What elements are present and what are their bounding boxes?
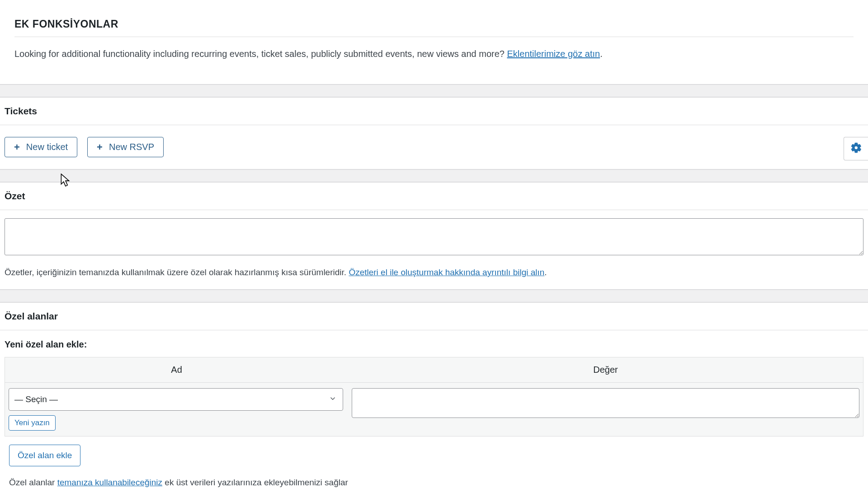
cf-col-value: Değer	[348, 357, 863, 382]
divider	[0, 169, 868, 182]
addons-period: .	[600, 49, 603, 59]
cf-name-cell: — Seçin — Yeni yazın	[5, 382, 349, 436]
gear-icon	[850, 142, 862, 155]
tickets-panel-header: Tickets	[0, 97, 868, 125]
ozet-description: Özetler, içeriğinizin temanızda kullanıl…	[5, 266, 863, 279]
excerpt-input[interactable]	[5, 218, 863, 255]
ozel-bottom-after: ek üst verileri yazılarınıza ekleyebilme…	[162, 478, 348, 487]
new-rsvp-button[interactable]: + New RSVP	[87, 137, 164, 157]
ozel-sublabel: Yeni özel alan ekle:	[5, 339, 863, 350]
addons-description: Looking for additional functionality inc…	[14, 47, 854, 61]
addons-title: EK FONKSİYONLAR	[14, 18, 854, 37]
ozel-bottom-link[interactable]: temanıza kullanabileceğiniz	[57, 478, 162, 487]
cf-value-input[interactable]	[352, 388, 859, 418]
ozet-desc-text: Özetler, içeriğinizin temanızda kullanıl…	[5, 267, 349, 277]
new-ticket-button[interactable]: + New ticket	[5, 137, 77, 157]
ozet-panel-header: Özet	[0, 182, 868, 210]
addons-section: EK FONKSİYONLAR Looking for additional f…	[0, 0, 868, 84]
cf-name-select[interactable]: — Seçin —	[9, 388, 343, 411]
cf-value-cell	[348, 382, 863, 436]
ozel-bottom-desc: Özel alanlar temanıza kullanabileceğiniz…	[5, 466, 863, 488]
divider	[0, 290, 868, 302]
cf-select-wrap: — Seçin —	[9, 388, 343, 411]
plus-icon: +	[14, 142, 20, 152]
plus-icon: +	[97, 142, 103, 152]
ozel-panel-body: Yeni özel alan ekle: Ad Değer — Seçin —	[0, 330, 868, 488]
new-rsvp-label: New RSVP	[109, 142, 154, 152]
custom-fields-table: Ad Değer — Seçin — Yeni yazın	[5, 357, 863, 436]
cf-col-name: Ad	[5, 357, 349, 382]
ticket-settings-button[interactable]	[844, 137, 868, 160]
ozet-desc-period: .	[544, 267, 547, 277]
ozel-bottom-before: Özel alanlar	[9, 478, 57, 487]
addons-link[interactable]: Eklentilerimize göz atın	[507, 49, 600, 59]
divider	[0, 84, 868, 97]
ozet-desc-link[interactable]: Özetleri el ile oluşturmak hakkında ayrı…	[349, 267, 544, 277]
addons-desc-text: Looking for additional functionality inc…	[14, 49, 507, 59]
ozel-panel-header: Özel alanlar	[0, 302, 868, 330]
enter-new-button[interactable]: Yeni yazın	[9, 415, 56, 431]
new-ticket-label: New ticket	[26, 142, 68, 152]
add-custom-field-button[interactable]: Özel alan ekle	[9, 445, 80, 466]
ozet-panel-body: Özetler, içeriğinizin temanızda kullanıl…	[0, 210, 868, 290]
tickets-panel-body: + New ticket + New RSVP	[0, 125, 868, 169]
